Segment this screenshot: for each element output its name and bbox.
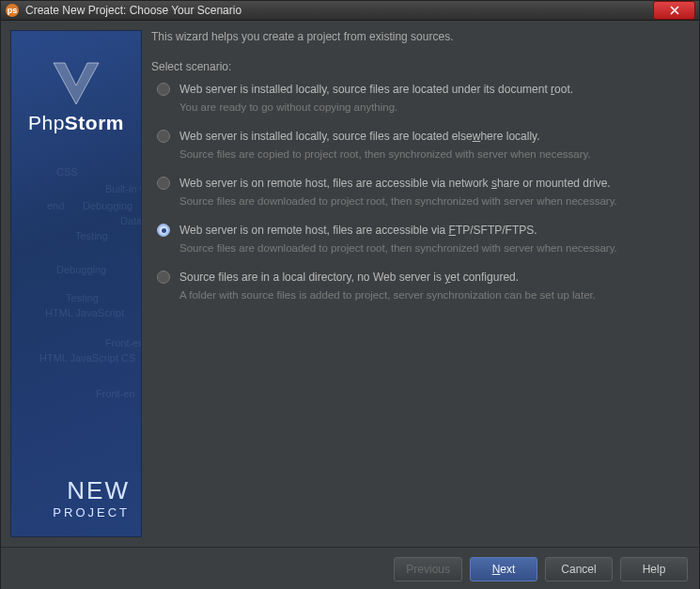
radio-icon[interactable]: [157, 271, 170, 284]
scenario-label-text: Web server is on remote host, files are …: [179, 224, 537, 237]
scenario-label-text: Web server is installed locally, source …: [179, 130, 540, 143]
new-project-label: NEW PROJECT: [53, 476, 130, 519]
scenario-option-1: Web server is installed locally, source …: [151, 130, 690, 160]
scenario-label-text: Web server is installed locally, source …: [179, 83, 573, 96]
window-title: Create New Project: Choose Your Scenario: [25, 4, 653, 17]
sidebar-banner: PhpStorm CSS Built-in to end Debugging D…: [10, 30, 142, 537]
scenario-description: You are ready to go without copying anyt…: [179, 101, 690, 113]
decor-text: Data: [120, 215, 142, 226]
scenario-description: Source files are copied to project root,…: [179, 148, 690, 160]
brand-text: PhpStorm: [11, 112, 141, 134]
scenario-option-0: Web server is installed locally, source …: [151, 83, 690, 113]
intro-text: This wizard helps you create a project f…: [151, 30, 690, 43]
close-button[interactable]: [653, 1, 695, 20]
decor-text: CSS: [56, 166, 78, 178]
radio-icon[interactable]: [157, 224, 170, 237]
dialog-window: ps Create New Project: Choose Your Scena…: [0, 0, 700, 589]
scenario-option-3: Web server is on remote host, files are …: [151, 224, 690, 254]
scenario-label-text: Source files are in a local directory, n…: [179, 271, 519, 284]
scenario-label-text: Web server is on remote host, files are …: [179, 177, 611, 190]
scenario-radio-3[interactable]: Web server is on remote host, files are …: [157, 224, 690, 237]
scenario-description: A folder with source files is added to p…: [179, 289, 690, 301]
decor-text: Front-en: [105, 337, 142, 349]
main-panel: This wizard helps you create a project f…: [151, 30, 690, 537]
help-button[interactable]: Help: [620, 557, 688, 581]
phpstorm-logo-icon: [50, 57, 102, 110]
scenario-options: Web server is installed locally, source …: [151, 83, 690, 314]
scenario-radio-2[interactable]: Web server is on remote host, files are …: [157, 177, 690, 190]
footer-buttons: Previous Next Cancel Help: [1, 547, 699, 589]
decor-text: HTML JavaScript: [45, 307, 124, 318]
content-area: PhpStorm CSS Built-in to end Debugging D…: [1, 21, 699, 547]
decor-text: Testing: [75, 230, 108, 241]
next-button[interactable]: Next: [470, 557, 537, 581]
cancel-button[interactable]: Cancel: [545, 557, 613, 581]
radio-icon[interactable]: [157, 130, 170, 143]
decor-text: end: [47, 200, 64, 211]
previous-button: Previous: [394, 557, 462, 581]
scenario-radio-4[interactable]: Source files are in a local directory, n…: [157, 271, 690, 284]
decor-text: Testing: [66, 292, 99, 303]
decor-text: HTML JavaScript CS: [39, 352, 135, 364]
titlebar[interactable]: ps Create New Project: Choose Your Scena…: [1, 1, 699, 21]
scenario-option-2: Web server is on remote host, files are …: [151, 177, 690, 207]
svg-text:ps: ps: [8, 6, 18, 15]
scenario-radio-0[interactable]: Web server is installed locally, source …: [157, 83, 690, 96]
decor-text: Built-in to: [105, 183, 142, 194]
app-icon: ps: [5, 3, 20, 18]
scenario-description: Source files are downloaded to project r…: [179, 242, 690, 254]
select-scenario-label: Select scenario:: [151, 60, 690, 73]
radio-icon[interactable]: [157, 83, 170, 96]
scenario-description: Source files are downloaded to project r…: [179, 195, 690, 207]
scenario-radio-1[interactable]: Web server is installed locally, source …: [157, 130, 690, 143]
decor-text: Debugging: [83, 200, 132, 211]
radio-icon[interactable]: [157, 177, 170, 190]
decor-text: Front-en: [96, 388, 135, 399]
scenario-option-4: Source files are in a local directory, n…: [151, 271, 690, 301]
decor-text: Debugging: [56, 264, 106, 275]
